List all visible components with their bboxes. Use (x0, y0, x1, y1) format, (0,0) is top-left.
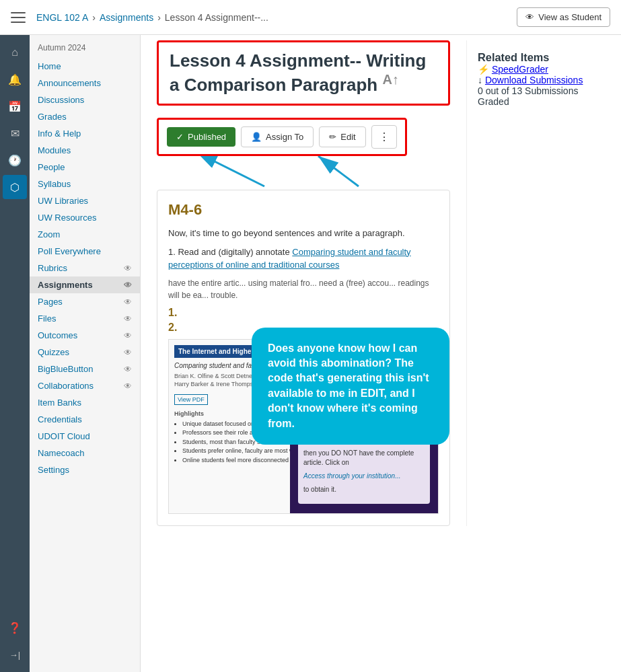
rubrics-icon: 👁 (124, 264, 132, 273)
check-icon: ✓ (176, 132, 184, 142)
action-bar: ✓ Published 👤 Assign To ✏ Edit ⋮ (157, 118, 407, 156)
right-panel: Related Items ⚡ SpeedGrader ↓ Download S… (466, 40, 621, 526)
assignments-icon: 👁 (124, 281, 132, 290)
eye-icon: 👁 (525, 12, 534, 22)
svg-line-3 (318, 156, 359, 186)
sidebar-item-modules[interactable]: Modules (30, 142, 140, 159)
sidebar-item-zoom[interactable]: Zoom (30, 226, 140, 243)
sidebar-item-announcements[interactable]: Announcements (30, 75, 140, 91)
sidebar-item-grades[interactable]: Grades (30, 108, 140, 125)
access-link[interactable]: Access through your institution... (303, 472, 425, 481)
sidebar-item-quizzes[interactable]: Quizzes 👁 (30, 344, 140, 361)
bbb-icon: 👁 (124, 365, 132, 374)
collab-icon: 👁 (124, 381, 132, 391)
sidebar-item-uw-resources[interactable]: UW Resources (30, 209, 140, 226)
to-obtain-text: to obtain it. (303, 485, 425, 494)
sidebar-item-namecoach[interactable]: Namecoach (30, 445, 140, 461)
speedgrader-icon: ⚡ (478, 64, 489, 75)
download-submissions-item: ↓ Download Submissions (478, 75, 610, 85)
sidebar-item-info-help[interactable]: Info & Help (30, 125, 140, 142)
published-button[interactable]: ✓ Published (167, 127, 235, 147)
download-icon: ↓ (478, 75, 482, 85)
submissions-info: 0 out of 13 Submissions Graded (478, 85, 610, 107)
nav-icon-history[interactable]: 🕐 (3, 148, 27, 172)
breadcrumb-course[interactable]: ENGL 102 A (36, 12, 88, 23)
sidebar-item-poll-everywhere[interactable]: Poll Everywhere (30, 243, 140, 260)
content-instruction1: 1. Read and (digitally) annotate Compari… (168, 246, 439, 272)
sidebar-item-item-banks[interactable]: Item Banks (30, 394, 140, 411)
breadcrumb-current: Lesson 4 Assignment--... (165, 12, 268, 23)
assignment-content-box: M4-6 Now, it's time to go beyond sentenc… (157, 190, 450, 526)
nav-icon-inbox[interactable]: ✉ (3, 121, 27, 145)
top-bar: ENGL 102 A › Assignments › Lesson 4 Assi… (0, 0, 621, 35)
content-hint: have the entire artic... using material … (168, 277, 439, 301)
nav-icon-home[interactable]: ⌂ (3, 40, 27, 65)
sidebar-item-collaborations[interactable]: Collaborations 👁 (30, 377, 140, 394)
sidebar-item-outcomes[interactable]: Outcomes 👁 (30, 327, 140, 344)
callout-bubble: Does anyone know how I can avoid this ab… (252, 328, 449, 445)
sidebar-item-discussions[interactable]: Discussions (30, 91, 140, 108)
title-suffix: A↑ (382, 72, 398, 87)
breadcrumb: ENGL 102 A › Assignments › Lesson 4 Assi… (36, 12, 517, 23)
content-area: Lesson 4 Assignment-- Writing a Comparis… (141, 35, 621, 672)
sidebar-item-files[interactable]: Files 👁 (30, 310, 140, 327)
download-submissions-link[interactable]: Download Submissions (485, 75, 583, 85)
related-items-title: Related Items (478, 51, 610, 64)
page-left: Lesson 4 Assignment-- Writing a Comparis… (141, 40, 466, 526)
sidebar-item-people[interactable]: People (30, 159, 140, 176)
sidebar-item-home[interactable]: Home (30, 58, 140, 75)
sidebar-item-rubrics[interactable]: Rubrics 👁 (30, 260, 140, 276)
nav-sidebar: Autumn 2024 Home Announcements Discussio… (30, 35, 141, 672)
speedgrader-item: ⚡ SpeedGrader (478, 64, 610, 75)
article-link[interactable]: Comparing student and faculty perception… (168, 247, 411, 270)
nav-icon-announce[interactable]: 🔔 (3, 67, 27, 91)
pages-icon: 👁 (124, 297, 132, 307)
outcomes-icon: 👁 (124, 331, 132, 340)
assignment-title-box: Lesson 4 Assignment-- Writing a Comparis… (157, 40, 450, 106)
assign-to-button[interactable]: 👤 Assign To (241, 126, 314, 147)
icon-sidebar: ⌂ 🔔 📅 ✉ 🕐 ⬡ ❓ →| (0, 35, 30, 672)
assignment-title: Lesson 4 Assignment-- Writing a Comparis… (170, 50, 437, 96)
hamburger-menu[interactable] (11, 12, 26, 23)
edit-button[interactable]: ✏ Edit (319, 126, 365, 147)
nav-icon-courses[interactable]: ⬡ (3, 175, 27, 199)
step1-label: 1. (168, 307, 439, 319)
course-term: Autumn 2024 (30, 43, 140, 58)
view-pdf-button[interactable]: View PDF (174, 394, 208, 405)
pencil-icon: ✏ (329, 132, 336, 142)
view-as-student-button[interactable]: 👁 View as Student (517, 7, 610, 27)
more-button[interactable]: ⋮ (371, 125, 397, 149)
content-intro: Now, it's time to go beyond sentences an… (168, 227, 439, 240)
sidebar-item-uw-libraries[interactable]: UW Libraries (30, 192, 140, 209)
sidebar-item-syllabus[interactable]: Syllabus (30, 176, 140, 192)
sidebar-item-bigbluebutton[interactable]: BigBlueButton 👁 (30, 361, 140, 377)
quizzes-icon: 👁 (124, 348, 132, 357)
person-icon: 👤 (251, 132, 262, 142)
nav-icon-calendar[interactable]: 📅 (3, 94, 27, 118)
sidebar-item-credentials[interactable]: Credentials (30, 411, 140, 428)
speedgrader-link[interactable]: SpeedGrader (492, 64, 548, 75)
sidebar-item-pages[interactable]: Pages 👁 (30, 293, 140, 310)
main-layout: ⌂ 🔔 📅 ✉ 🕐 ⬡ ❓ →| Autumn 2024 Home Announ… (0, 35, 621, 672)
breadcrumb-assignments[interactable]: Assignments (100, 12, 153, 23)
svg-line-2 (197, 153, 264, 186)
consequence-text: then you DO NOT have the complete articl… (303, 449, 425, 468)
page-top: Lesson 4 Assignment-- Writing a Comparis… (141, 35, 621, 526)
sidebar-item-settings[interactable]: Settings (30, 461, 140, 478)
nav-icon-logout[interactable]: →| (3, 642, 27, 667)
content-header: M4-6 (168, 201, 439, 219)
files-icon: 👁 (124, 314, 132, 324)
nav-icon-help[interactable]: ❓ (3, 615, 27, 640)
sidebar-item-assignments[interactable]: Assignments 👁 (30, 276, 140, 293)
sidebar-item-udoit-cloud[interactable]: UDOIT Cloud (30, 428, 140, 445)
